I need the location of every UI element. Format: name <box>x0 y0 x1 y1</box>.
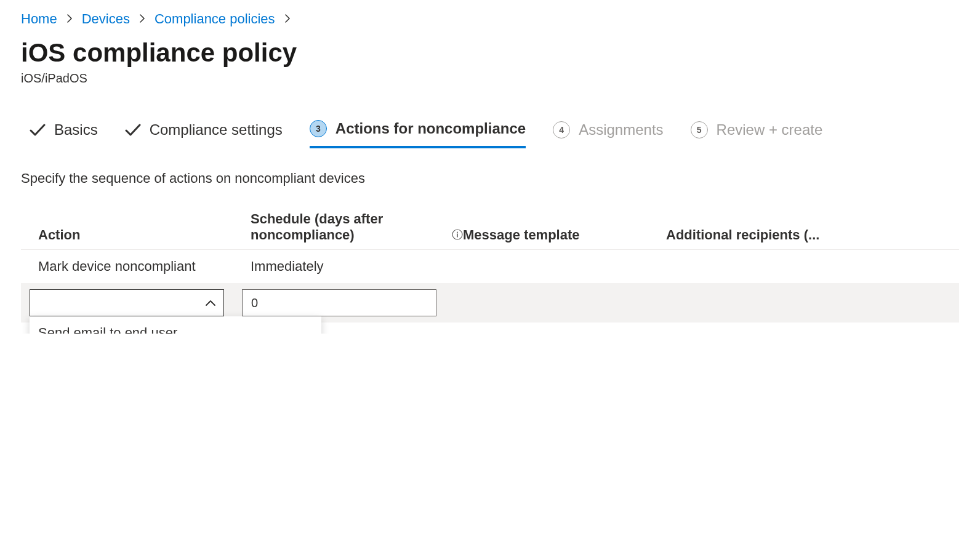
tab-assignments[interactable]: 4 Assignments <box>553 120 663 148</box>
column-header-message-template: Message template <box>463 211 666 243</box>
step-number-icon: 4 <box>553 121 570 138</box>
dropdown-item-send-email[interactable]: Send email to end user <box>30 316 321 334</box>
chevron-right-icon <box>139 13 146 26</box>
tab-label: Assignments <box>579 121 663 138</box>
schedule-input[interactable] <box>242 289 436 316</box>
tab-label: Review + create <box>717 121 823 138</box>
breadcrumb-home[interactable]: Home <box>21 11 57 27</box>
page-title: iOS compliance policy <box>21 38 959 68</box>
action-dropdown[interactable] <box>30 289 224 316</box>
wizard-tabs: Basics Compliance settings 3 Actions for… <box>21 120 959 148</box>
tab-review-create[interactable]: 5 Review + create <box>691 120 823 148</box>
check-icon <box>125 122 141 138</box>
page-subtitle: iOS/iPadOS <box>21 71 959 86</box>
svg-rect-2 <box>457 234 458 238</box>
column-header-additional-recipients: Additional recipients (... <box>666 211 950 243</box>
tab-compliance-settings[interactable]: Compliance settings <box>125 120 283 148</box>
page-description: Specify the sequence of actions on nonco… <box>21 170 959 186</box>
tab-label: Actions for noncompliance <box>335 120 526 137</box>
breadcrumb-compliance-policies[interactable]: Compliance policies <box>155 11 275 27</box>
tab-label: Compliance settings <box>150 121 283 138</box>
tab-basics[interactable]: Basics <box>30 120 98 148</box>
step-number-icon: 5 <box>691 121 708 138</box>
action-dropdown-menu: Send email to end user Send push notific… <box>30 316 321 334</box>
column-header-action: Action <box>38 211 251 243</box>
info-icon[interactable] <box>452 228 463 241</box>
tab-label: Basics <box>54 121 98 138</box>
chevron-up-icon <box>205 297 216 308</box>
check-icon <box>30 122 46 138</box>
breadcrumb-devices[interactable]: Devices <box>82 11 130 27</box>
svg-point-1 <box>457 232 458 233</box>
chevron-right-icon <box>66 13 73 26</box>
table-row-editing: Send email to end user Send push notific… <box>21 283 959 323</box>
step-number-icon: 3 <box>310 120 327 137</box>
breadcrumb: Home Devices Compliance policies <box>21 11 959 27</box>
table-header: Action Schedule (days after noncomplianc… <box>21 206 959 250</box>
chevron-right-icon <box>284 13 291 26</box>
column-header-schedule: Schedule (days after noncompliance) <box>251 211 463 243</box>
table-row[interactable]: Mark device noncompliant Immediately <box>21 250 959 283</box>
tab-actions-noncompliance[interactable]: 3 Actions for noncompliance <box>310 120 526 148</box>
cell-action: Mark device noncompliant <box>38 258 251 274</box>
actions-table: Action Schedule (days after noncomplianc… <box>21 206 959 323</box>
cell-schedule: Immediately <box>251 258 463 274</box>
